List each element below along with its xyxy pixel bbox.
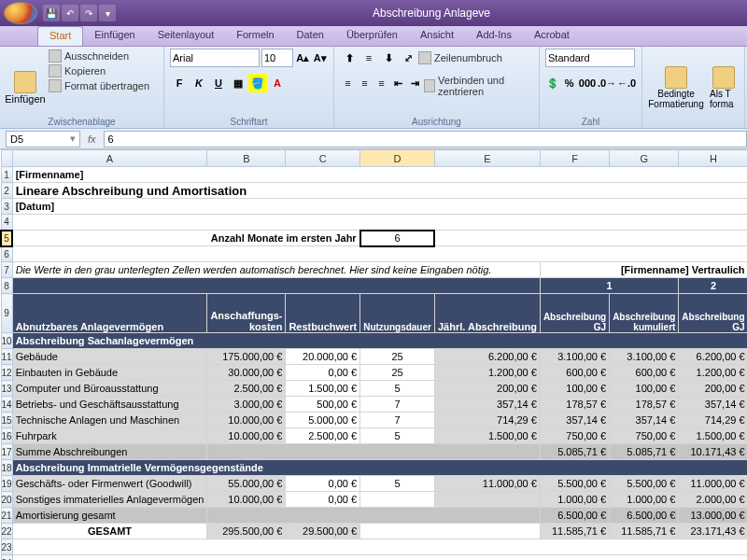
qat-more-icon[interactable]: ▾ xyxy=(99,5,116,21)
row-1[interactable]: 1 xyxy=(1,167,12,183)
cond-format-icon xyxy=(665,66,687,89)
cell-A3[interactable]: [Datum] xyxy=(12,199,747,215)
align-top-icon[interactable]: ⬆ xyxy=(340,49,359,67)
row-2[interactable]: 2 xyxy=(1,183,12,199)
tab-daten[interactable]: Daten xyxy=(286,26,335,46)
cell-F7[interactable]: [Firmenname] Vertraulich xyxy=(540,262,747,278)
cell-D5[interactable]: 6 xyxy=(360,231,435,246)
align-middle-icon[interactable]: ≡ xyxy=(359,49,378,67)
section1[interactable]: Abschreibung Sachanlagevermögen xyxy=(12,333,747,349)
data-row: 12Einbauten in Gebäude30.000,00 €0,00 €2… xyxy=(1,365,747,381)
hdr-book[interactable]: Restbuchwert xyxy=(286,294,360,333)
tab-ueberpruefen[interactable]: Überprüfen xyxy=(335,26,409,46)
cell-A1[interactable]: [Firmenname] xyxy=(12,167,747,183)
tab-einfuegen[interactable]: Einfügen xyxy=(83,26,146,46)
hdr-yearly[interactable]: Jährl. Abschreibung xyxy=(434,294,540,333)
select-all-corner[interactable] xyxy=(1,150,12,167)
currency-icon[interactable]: 💲 xyxy=(545,74,561,92)
column-headers[interactable]: A B C D E F G H xyxy=(1,150,747,167)
percent-icon[interactable]: % xyxy=(562,74,578,92)
hdr-asset[interactable]: Abnutzbares Anlagevermögen xyxy=(12,294,207,333)
format-as-table-button[interactable]: Als T forma xyxy=(708,49,739,126)
titlebar: 💾 ↶ ↷ ▾ Abschreibung Anlageve xyxy=(0,0,747,26)
tab-formeln[interactable]: Formeln xyxy=(225,26,285,46)
format-painter-button[interactable]: Format übertragen xyxy=(49,78,149,93)
font-size-combo[interactable] xyxy=(261,49,293,67)
col-C[interactable]: C xyxy=(286,150,360,167)
font-name-combo[interactable] xyxy=(170,49,260,67)
cut-button[interactable]: Ausschneiden xyxy=(49,49,149,63)
paste-button[interactable]: Einfügen xyxy=(6,49,45,126)
hdr-depGJ2[interactable]: Abschreibung GJ xyxy=(679,294,747,333)
bold-button[interactable]: F xyxy=(170,74,189,92)
cell-F8[interactable]: 1 xyxy=(540,278,678,294)
tab-start[interactable]: Start xyxy=(37,26,83,46)
data-row: 20Sonstiges immaterielles Anlagevermögen… xyxy=(1,492,747,508)
row-6[interactable]: 6 xyxy=(1,246,12,262)
fx-icon[interactable]: fx xyxy=(88,133,96,145)
cell-A7[interactable]: Die Werte in den grau unterlegten Zellen… xyxy=(12,262,540,278)
font-color-button[interactable]: A xyxy=(268,74,287,92)
dec-decimal-icon[interactable]: ←.0 xyxy=(617,74,636,92)
worksheet-grid[interactable]: A B C D E F G H 1[Firmenname] 2Lineare A… xyxy=(0,149,747,560)
row-9[interactable]: 9 xyxy=(1,294,12,333)
decrease-font-icon[interactable]: A▾ xyxy=(313,49,329,67)
name-box[interactable]: D5▾ xyxy=(6,131,80,147)
cell-A2[interactable]: Lineare Abschreibung und Amortisation xyxy=(12,183,747,199)
row-8[interactable]: 8 xyxy=(1,278,12,294)
scissors-icon xyxy=(49,49,62,63)
redo-icon[interactable]: ↷ xyxy=(80,5,97,21)
cell-A5[interactable]: Anzahl Monate im ersten Jahr xyxy=(12,231,360,246)
row-10[interactable]: 10 xyxy=(1,333,12,349)
formula-input[interactable]: 6 xyxy=(104,131,747,147)
wrap-text-button[interactable]: Zeilenumbruch xyxy=(418,49,502,67)
border-button[interactable]: ▦ xyxy=(229,74,247,92)
number-format-combo[interactable] xyxy=(545,49,635,67)
col-A[interactable]: A xyxy=(12,150,207,167)
tab-ansicht[interactable]: Ansicht xyxy=(409,26,465,46)
hdr-life[interactable]: Nutzungsdauer xyxy=(360,294,435,333)
align-left-icon[interactable]: ≡ xyxy=(340,74,356,92)
window-title: Abschreibung Anlageve xyxy=(116,7,747,20)
thousand-icon[interactable]: 000 xyxy=(578,74,597,92)
row-5[interactable]: 5 xyxy=(1,231,12,246)
save-icon[interactable]: 💾 xyxy=(43,5,60,21)
col-B[interactable]: B xyxy=(207,150,286,167)
align-bottom-icon[interactable]: ⬇ xyxy=(379,49,398,67)
align-right-icon[interactable]: ≡ xyxy=(374,74,389,92)
underline-button[interactable]: U xyxy=(209,74,228,92)
col-H[interactable]: H xyxy=(679,150,747,167)
cell-A4[interactable] xyxy=(12,215,747,231)
copy-button[interactable]: Kopieren xyxy=(49,63,149,78)
copy-icon xyxy=(49,64,62,77)
section2[interactable]: Abschreibung Immatrielle Vermögensgegens… xyxy=(12,460,747,476)
increase-font-icon[interactable]: A▴ xyxy=(295,49,311,67)
inc-decimal-icon[interactable]: .0→ xyxy=(598,74,616,92)
group-number-label: Zahl xyxy=(540,117,641,127)
row-7[interactable]: 7 xyxy=(1,262,12,278)
fill-color-button[interactable]: 🪣 xyxy=(248,74,267,92)
align-center-icon[interactable]: ≡ xyxy=(357,74,373,92)
indent-inc-icon[interactable]: ⇥ xyxy=(407,74,423,92)
conditional-format-button[interactable]: Bedingte Formatierung xyxy=(648,49,704,126)
hdr-depGJ[interactable]: Abschreibung GJ xyxy=(540,294,609,333)
office-button[interactable] xyxy=(4,2,37,24)
merge-center-button[interactable]: Verbinden und zentrieren xyxy=(424,74,533,98)
italic-button[interactable]: K xyxy=(190,74,208,92)
undo-icon[interactable]: ↶ xyxy=(62,5,78,21)
row-3[interactable]: 3 xyxy=(1,199,12,215)
tab-seitenlayout[interactable]: Seitenlayout xyxy=(147,26,226,46)
row-4[interactable]: 4 xyxy=(1,215,12,231)
hdr-depKum[interactable]: Abschreibung kumuliert xyxy=(610,294,679,333)
data-row: 13Computer und Büroausstattung2.500,00 €… xyxy=(1,381,747,397)
col-F[interactable]: F xyxy=(540,150,609,167)
orientation-icon[interactable]: ⤢ xyxy=(399,49,417,67)
indent-dec-icon[interactable]: ⇤ xyxy=(390,74,406,92)
col-E[interactable]: E xyxy=(434,150,540,167)
tab-addins[interactable]: Add-Ins xyxy=(465,26,523,46)
col-G[interactable]: G xyxy=(610,150,679,167)
tab-acrobat[interactable]: Acrobat xyxy=(523,26,581,46)
col-D[interactable]: D xyxy=(360,150,435,167)
hdr-cost[interactable]: Anschaffungs-kosten xyxy=(207,294,286,333)
group-font-label: Schriftart xyxy=(164,117,333,127)
